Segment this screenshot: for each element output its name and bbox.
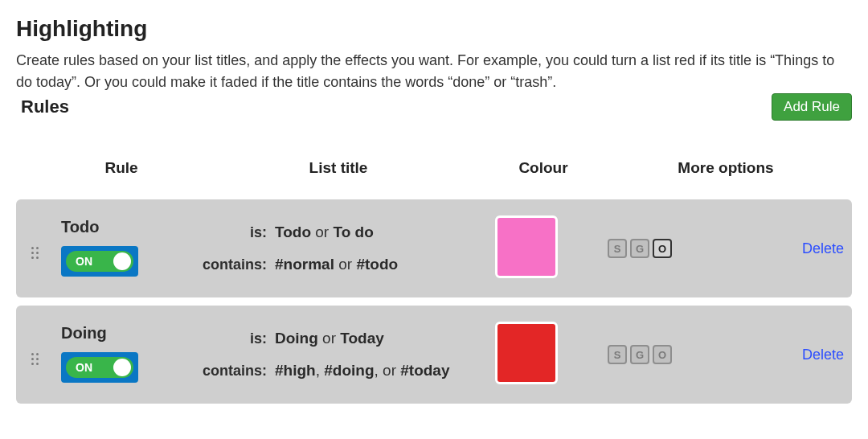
option-chip-s[interactable]: S xyxy=(608,345,627,364)
rule-enabled-toggle[interactable]: ON xyxy=(61,246,138,277)
rule-name: Doing xyxy=(61,324,182,343)
option-chip-o[interactable]: O xyxy=(653,345,672,364)
delete-rule-link[interactable]: Delete xyxy=(802,347,844,363)
option-chip-o[interactable]: O xyxy=(653,239,672,258)
option-chip-g[interactable]: G xyxy=(630,345,649,364)
drag-handle-icon[interactable] xyxy=(31,247,39,259)
cond-is-value: Doing or Today xyxy=(272,330,479,347)
toggle-knob xyxy=(113,252,131,270)
option-chip-g[interactable]: G xyxy=(630,239,649,258)
option-chip-s[interactable]: S xyxy=(608,239,627,258)
drag-handle-icon[interactable] xyxy=(31,353,39,365)
col-rule: Rule xyxy=(53,153,190,191)
col-list-title: List title xyxy=(190,153,487,191)
rules-table: Rule List title Colour More options Todo… xyxy=(16,145,852,412)
rule-name: Todo xyxy=(61,218,182,236)
toggle-knob xyxy=(113,359,131,376)
cond-is-label: is: xyxy=(198,330,272,347)
rule-enabled-toggle[interactable]: ON xyxy=(61,352,138,383)
cond-contains-label: contains: xyxy=(198,363,272,380)
cond-contains-label: contains: xyxy=(198,256,272,273)
toggle-on-label: ON xyxy=(76,361,92,374)
col-more-options: More options xyxy=(600,153,852,191)
add-rule-button[interactable]: Add Rule xyxy=(772,93,852,121)
rule-row: DoingONis:Doing or Todaycontains:#high, … xyxy=(16,306,852,404)
toggle-on-label: ON xyxy=(76,255,92,268)
cond-is-label: is: xyxy=(198,224,272,241)
rules-heading: Rules xyxy=(21,96,69,117)
cond-contains-value: #high, #doing, or #today xyxy=(272,362,479,380)
col-colour: Colour xyxy=(487,153,600,191)
colour-swatch[interactable] xyxy=(495,322,558,384)
rule-row: TodoONis:Todo or To docontains:#normal o… xyxy=(16,199,852,297)
cond-contains-value: #normal or #todo xyxy=(272,256,479,273)
colour-swatch[interactable] xyxy=(495,215,558,278)
page-description: Create rules based on your list titles, … xyxy=(16,50,852,93)
page-title: Highlighting xyxy=(16,16,852,42)
cond-is-value: Todo or To do xyxy=(272,224,479,241)
delete-rule-link[interactable]: Delete xyxy=(802,240,844,257)
